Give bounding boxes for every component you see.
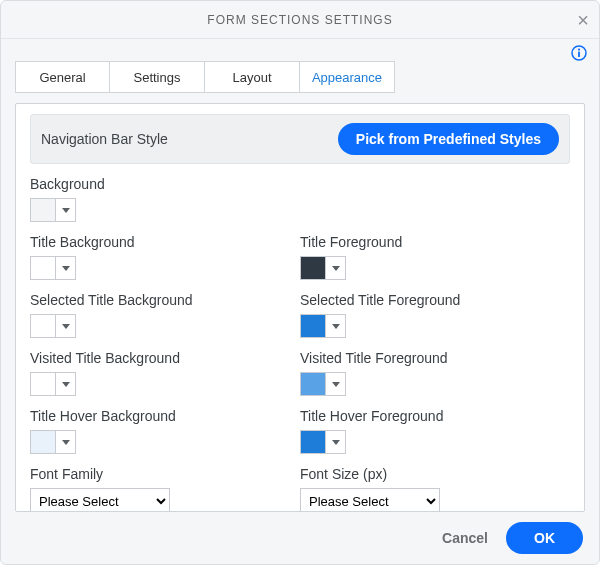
field-label: Font Size (px) bbox=[300, 466, 560, 482]
tab-settings[interactable]: Settings bbox=[110, 61, 205, 93]
swatch bbox=[31, 315, 55, 337]
close-icon[interactable]: × bbox=[577, 10, 589, 30]
swatch bbox=[31, 257, 55, 279]
content: Navigation Bar Style Pick from Predefine… bbox=[15, 103, 585, 512]
field-label: Title Background bbox=[30, 234, 290, 250]
swatch bbox=[301, 257, 325, 279]
section-label: Navigation Bar Style bbox=[41, 131, 168, 147]
color-picker-sel-title-bg[interactable] bbox=[30, 314, 76, 338]
font-family-select[interactable]: Please Select bbox=[30, 488, 170, 511]
field-font-family: Font Family Please Select bbox=[30, 466, 300, 511]
font-size-select[interactable]: Please Select bbox=[300, 488, 440, 511]
color-picker-vis-title-fg[interactable] bbox=[300, 372, 346, 396]
color-picker-title-fg[interactable] bbox=[300, 256, 346, 280]
tab-layout[interactable]: Layout bbox=[205, 61, 300, 93]
field-title-background: Title Background bbox=[30, 234, 300, 282]
field-label: Selected Title Background bbox=[30, 292, 290, 308]
svg-rect-2 bbox=[578, 52, 580, 57]
chevron-down-icon bbox=[325, 373, 345, 395]
section-header: Navigation Bar Style Pick from Predefine… bbox=[30, 114, 570, 164]
color-picker-hover-bg[interactable] bbox=[30, 430, 76, 454]
color-picker-background[interactable] bbox=[30, 198, 76, 222]
fields: Background Title Background Title Foregr… bbox=[30, 176, 570, 511]
chevron-down-icon bbox=[55, 257, 75, 279]
swatch bbox=[31, 431, 55, 453]
field-label: Visited Title Foreground bbox=[300, 350, 560, 366]
tab-label: General bbox=[39, 70, 85, 85]
swatch bbox=[301, 373, 325, 395]
field-label: Title Hover Background bbox=[30, 408, 290, 424]
dialog-title: FORM SECTIONS SETTINGS bbox=[207, 13, 392, 27]
field-font-size: Font Size (px) Please Select bbox=[300, 466, 570, 511]
info-icon[interactable] bbox=[571, 45, 587, 61]
field-visited-title-foreground: Visited Title Foreground bbox=[300, 350, 570, 398]
color-picker-vis-title-bg[interactable] bbox=[30, 372, 76, 396]
titlebar: FORM SECTIONS SETTINGS × bbox=[1, 1, 599, 39]
tab-label: Layout bbox=[232, 70, 271, 85]
tab-appearance[interactable]: Appearance bbox=[300, 61, 395, 93]
field-title-hover-background: Title Hover Background bbox=[30, 408, 300, 456]
dialog: FORM SECTIONS SETTINGS × General Setting… bbox=[0, 0, 600, 565]
field-title-foreground: Title Foreground bbox=[300, 234, 570, 282]
tab-label: Settings bbox=[134, 70, 181, 85]
tab-general[interactable]: General bbox=[15, 61, 110, 93]
tabbar: General Settings Layout Appearance bbox=[15, 61, 585, 93]
color-picker-hover-fg[interactable] bbox=[300, 430, 346, 454]
field-background: Background bbox=[30, 176, 570, 224]
color-picker-sel-title-fg[interactable] bbox=[300, 314, 346, 338]
field-visited-title-background: Visited Title Background bbox=[30, 350, 300, 398]
chevron-down-icon bbox=[55, 431, 75, 453]
field-title-hover-foreground: Title Hover Foreground bbox=[300, 408, 570, 456]
field-label: Visited Title Background bbox=[30, 350, 290, 366]
swatch bbox=[301, 315, 325, 337]
chevron-down-icon bbox=[55, 199, 75, 221]
chevron-down-icon bbox=[55, 373, 75, 395]
field-label: Background bbox=[30, 176, 560, 192]
scroll-area[interactable]: Navigation Bar Style Pick from Predefine… bbox=[16, 104, 584, 511]
footer: Cancel OK bbox=[1, 512, 599, 564]
swatch bbox=[31, 199, 55, 221]
swatch bbox=[301, 431, 325, 453]
svg-point-1 bbox=[578, 49, 580, 51]
chevron-down-icon bbox=[325, 315, 345, 337]
field-selected-title-foreground: Selected Title Foreground bbox=[300, 292, 570, 340]
ok-button[interactable]: OK bbox=[506, 522, 583, 554]
field-selected-title-background: Selected Title Background bbox=[30, 292, 300, 340]
pick-predefined-button[interactable]: Pick from Predefined Styles bbox=[338, 123, 559, 155]
swatch bbox=[31, 373, 55, 395]
chevron-down-icon bbox=[325, 431, 345, 453]
field-label: Selected Title Foreground bbox=[300, 292, 560, 308]
color-picker-title-bg[interactable] bbox=[30, 256, 76, 280]
chevron-down-icon bbox=[325, 257, 345, 279]
field-label: Font Family bbox=[30, 466, 290, 482]
cancel-button[interactable]: Cancel bbox=[442, 530, 488, 546]
field-label: Title Hover Foreground bbox=[300, 408, 560, 424]
field-label: Title Foreground bbox=[300, 234, 560, 250]
chevron-down-icon bbox=[55, 315, 75, 337]
tab-label: Appearance bbox=[312, 70, 382, 85]
